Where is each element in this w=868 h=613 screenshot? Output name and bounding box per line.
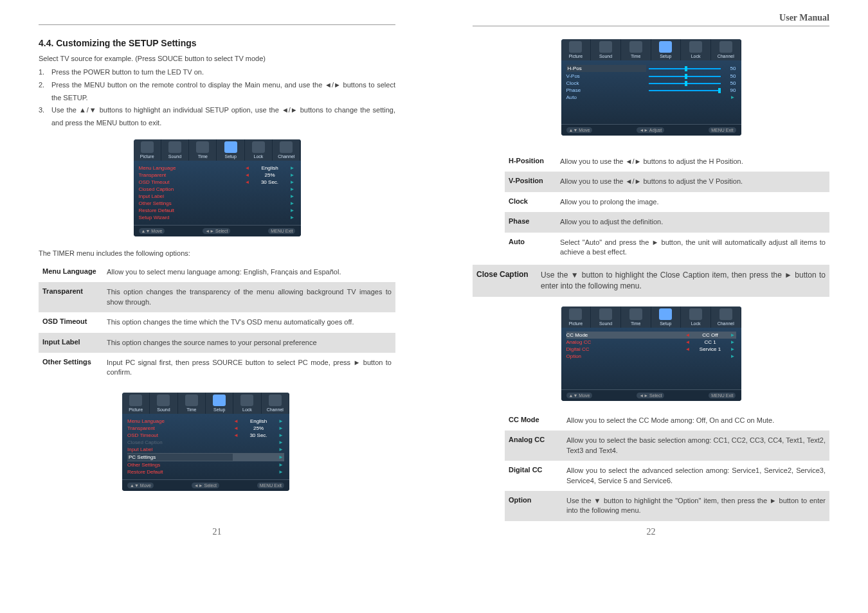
footer-move: ▲▼ Move: [139, 228, 165, 234]
def-desc: Allow you to use the ◄/► buttons to adju…: [560, 177, 826, 186]
slider: [646, 76, 723, 77]
menu-row: Analog CC◄CC 1►: [566, 339, 736, 346]
menu-body: Menu Language◄English► Transparent◄25%► …: [122, 414, 289, 479]
arrow-right-icon: ►: [730, 346, 736, 352]
menu-row: Transparent◄25%►: [127, 425, 284, 432]
arrow-right-icon: ►: [278, 454, 284, 460]
def-desc: Allow you to adjust the definition.: [560, 217, 826, 227]
tab-label: Picture: [135, 154, 159, 159]
menu-tab-setup: Setup: [217, 139, 244, 161]
def-desc: Select "Auto" and press the ► button, th…: [560, 238, 826, 258]
arrow-left-icon: ◄: [244, 179, 251, 185]
menu-label: OSD Timeout: [127, 432, 233, 438]
def-row: V-PositionAllow you to use the ◄/► butto…: [505, 172, 829, 191]
footer-adjust: ◄► Adjust: [637, 127, 664, 133]
arrow-right-icon: ►: [278, 440, 284, 445]
slider-bar: [649, 83, 721, 84]
def-desc: Use the ▼ button to highlight the "Optio…: [566, 496, 826, 516]
step-number: 1.: [39, 66, 51, 79]
menu-row-slider: Phase90: [566, 87, 736, 94]
menu-tab-picture: Picture: [122, 393, 150, 414]
slider: [646, 83, 723, 84]
menu-label: H-Pos: [566, 65, 646, 72]
def-desc: Allow you to use the ◄/► buttons to adju…: [560, 157, 826, 166]
arrow-right-icon: ►: [289, 172, 296, 178]
menu-row: Digital CC◄Service 1►: [566, 346, 736, 353]
position-definitions: H-PositionAllow you to use the ◄/► butto…: [473, 152, 829, 262]
def-term: Digital CC: [509, 466, 566, 486]
page-header-right: User Manual: [473, 13, 829, 26]
tab-label: Setup: [207, 407, 231, 412]
def-term: Input Label: [42, 338, 107, 348]
slider: [646, 68, 723, 69]
arrow-right-icon: ►: [730, 353, 736, 359]
arrow-right-icon: ►: [289, 186, 296, 192]
footer-exit: MENU Exit: [268, 228, 295, 234]
menu-footer: ▲▼ Move ◄► Select MENU Exit: [122, 479, 289, 491]
tab-label: Sound: [163, 154, 187, 159]
tab-label: Picture: [563, 321, 590, 326]
menu-tab-picture: Picture: [134, 139, 161, 161]
tab-label: Sound: [592, 321, 619, 326]
tab-label: Lock: [682, 321, 709, 326]
menu-row: OSD Timeout◄30 Sec.►: [127, 432, 284, 439]
menu-label: Transparent: [127, 425, 233, 431]
arrow-right-icon: ►: [278, 469, 284, 475]
tab-label: Sound: [592, 54, 619, 58]
menu-tab-sound: Sound: [161, 139, 189, 161]
page-header-left: [39, 13, 395, 25]
tab-label: Time: [190, 154, 215, 159]
menu-label: Digital CC: [566, 346, 685, 352]
tab-label: Lock: [682, 54, 709, 58]
def-row: TransparentThis option changes the trans…: [39, 282, 395, 312]
menu-footer: ▲▼ Move ◄► Adjust MENU Exit: [561, 124, 741, 136]
arrow-right-icon: ►: [278, 418, 284, 424]
menu-body: CC Mode◄CC Off► Analog CC◄CC 1► Digital …: [561, 328, 741, 389]
menu-value: 25%: [251, 172, 289, 178]
menu-tabs: Picture Sound Time Setup Lock Channel: [561, 306, 741, 328]
menu-tab-sound: Sound: [591, 39, 621, 60]
tab-label: Setup: [653, 54, 680, 58]
position-menu-screenshot: Picture Sound Time Setup Lock Channel H-…: [561, 39, 741, 136]
def-desc: Allow you to select the CC Mode among: O…: [566, 416, 826, 425]
arrow-left-icon: ◄: [685, 332, 691, 338]
def-row: H-PositionAllow you to use the ◄/► butto…: [505, 152, 829, 172]
slider-value: 50: [723, 66, 736, 71]
arrow-left-icon: ◄: [233, 418, 239, 424]
menu-label: CC Mode: [566, 332, 685, 338]
menu-row: Option►: [566, 353, 736, 360]
menu-row: OSD Timeout◄30 Sec.►: [139, 179, 296, 186]
tab-label: Time: [622, 321, 649, 326]
menu-value: English: [239, 418, 278, 424]
slider-value: 50: [723, 73, 736, 79]
def-term: H-Position: [509, 157, 560, 166]
footer-move: ▲▼ Move: [566, 393, 593, 398]
tab-label: Channel: [274, 154, 298, 159]
menu-label: Menu Language: [139, 165, 244, 171]
arrow-left-icon: ◄: [244, 165, 251, 171]
arrow-right-icon: ►: [289, 208, 296, 213]
close-caption-row: Close Caption Use the ▼ button to highli…: [473, 265, 829, 297]
page-right: User Manual Picture Sound Time Setup Loc…: [434, 0, 868, 547]
menu-tab-setup: Setup: [651, 39, 682, 60]
menu-label: OSD Timeout: [139, 179, 244, 185]
timer-intro: The TIMER menu includes the following op…: [39, 249, 395, 257]
step-text: Use the ▲/▼ buttons to highlight an indi…: [51, 104, 395, 130]
footer-select: ◄► Select: [192, 483, 219, 488]
menu-row: Other Settings►: [139, 200, 296, 207]
tab-label: Channel: [712, 321, 739, 326]
footer-select: ◄► Select: [203, 228, 230, 234]
page-left: 4.4. Customizing the SETUP Settings Sele…: [0, 0, 434, 547]
menu-value: Service 1: [691, 346, 730, 352]
menu-label: Closed Caption: [127, 440, 233, 445]
def-term: Close Caption: [476, 270, 541, 292]
menu-value: 30 Sec.: [251, 179, 289, 185]
tab-label: Lock: [235, 407, 259, 412]
footer-exit: MENU Exit: [709, 393, 736, 398]
def-row: Other SettingsInput PC signal first, the…: [39, 353, 395, 383]
menu-value: 25%: [239, 425, 278, 431]
step-item: 2.Press the MENU button on the remote co…: [39, 79, 395, 105]
menu-tabs: Picture Sound Time Setup Lock Channel: [561, 39, 741, 60]
menu-tab-setup: Setup: [651, 306, 682, 328]
arrow-left-icon: ◄: [244, 172, 251, 178]
